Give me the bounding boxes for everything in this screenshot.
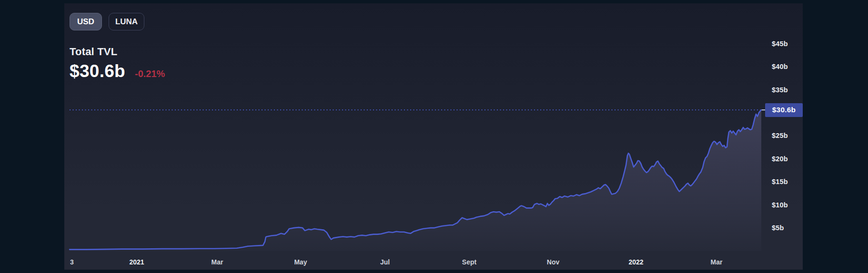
- y-axis-tick-5b: $5b: [772, 224, 784, 232]
- x-axis-tick-mar-8: Mar: [711, 258, 723, 266]
- tvl-area-fill: [70, 110, 761, 251]
- current-value-badge: $30.6b: [765, 103, 803, 117]
- y-axis-tick-15b: $15b: [772, 178, 788, 185]
- currency-toggle: USD LUNA: [70, 13, 165, 30]
- tvl-value-row: $30.6b -0.21%: [70, 61, 165, 81]
- tvl-dashboard-page: { "header": { "currency_toggle": { "opti…: [0, 0, 868, 273]
- x-axis-tick-sept-5: Sept: [462, 258, 476, 266]
- x-axis-tick-2021-1: 2021: [129, 258, 144, 266]
- chart-header: USD LUNA Total TVL $30.6b -0.21%: [70, 13, 165, 81]
- x-axis-tick-may-3: May: [294, 258, 307, 266]
- y-axis-tick-40b: $40b: [772, 63, 788, 70]
- y-axis-tick-20b: $20b: [772, 155, 788, 163]
- y-axis-tick-10b: $10b: [772, 201, 788, 209]
- tvl-current-value: $30.6b: [70, 61, 125, 81]
- y-axis-tick-45b: $45b: [772, 40, 788, 48]
- y-axis-tick-35b: $35b: [772, 86, 788, 94]
- x-axis-tick-2022-7: 2022: [628, 258, 643, 266]
- page-title: Total TVL: [70, 46, 165, 58]
- x-axis-tick-3-0: 3: [70, 258, 74, 266]
- x-axis-tick-nov-6: Nov: [547, 258, 559, 266]
- luna-toggle-button[interactable]: LUNA: [109, 13, 144, 30]
- x-axis-tick-mar-2: Mar: [212, 258, 223, 266]
- tvl-change-percent: -0.21%: [135, 68, 165, 79]
- y-axis-tick-25b: $25b: [772, 132, 788, 139]
- x-axis-tick-jul-4: Jul: [380, 258, 390, 266]
- usd-toggle-button[interactable]: USD: [70, 13, 102, 30]
